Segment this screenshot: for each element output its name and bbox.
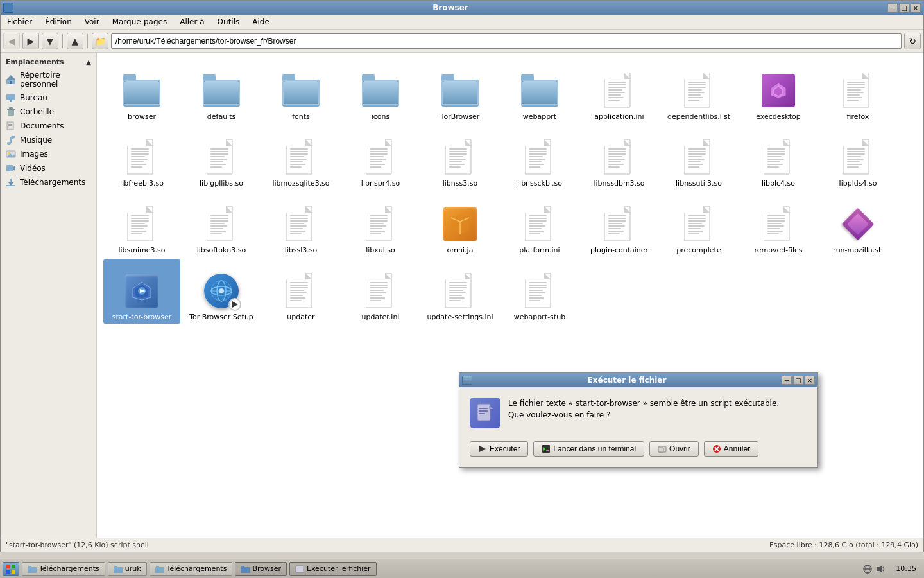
taskbar-item-executer[interactable]: Exécuter le fichier	[289, 562, 377, 576]
svg-rect-303	[290, 287, 308, 288]
location-button[interactable]: 📁	[92, 33, 108, 49]
file-item[interactable]: removed-files	[740, 193, 817, 257]
executer-button[interactable]: Exécuter	[470, 441, 528, 457]
svg-rect-105	[210, 153, 228, 155]
ouvrir-button[interactable]: Ouvrir	[649, 441, 699, 457]
sidebar-item-documents[interactable]: Documents	[1, 119, 96, 133]
document-icon	[520, 272, 559, 310]
svg-rect-162	[608, 159, 625, 160]
svg-rect-151	[529, 159, 545, 160]
file-item[interactable]: webapprt	[501, 59, 578, 123]
svg-rect-181	[767, 151, 785, 152]
file-item[interactable]: start-tor-browser	[103, 259, 180, 324]
file-item[interactable]: liblgpllibs.so	[183, 126, 260, 190]
svg-rect-128	[370, 156, 384, 157]
maximize-button[interactable]: □	[899, 3, 909, 12]
sidebar-item-images[interactable]: Images	[1, 147, 96, 161]
file-item[interactable]: libnspr4.so	[342, 126, 419, 190]
file-item[interactable]: libsoftokn3.so	[183, 193, 260, 257]
file-item[interactable]: libplc4.so	[740, 126, 817, 190]
file-item[interactable]: updater	[262, 259, 339, 324]
menu-outils[interactable]: Outils	[214, 16, 244, 28]
document-icon	[441, 138, 479, 177]
file-item[interactable]: icons	[342, 59, 419, 123]
file-item[interactable]: libnss3.so	[422, 126, 499, 190]
file-item[interactable]: application.ini	[581, 59, 658, 123]
file-item[interactable]: precomplete	[660, 193, 737, 257]
file-item[interactable]: updater.ini	[342, 259, 419, 324]
taskbar-item-telechargements2[interactable]: Téléchargements	[150, 562, 233, 576]
file-item[interactable]: Tor Browser Setup	[183, 259, 260, 324]
forward-button[interactable]: ▶	[22, 33, 39, 49]
address-bar[interactable]	[111, 33, 902, 49]
file-item[interactable]: libsmime3.so	[103, 193, 180, 257]
annuler-button[interactable]: Annuler	[704, 441, 758, 457]
dialog-actions: Exécuter Lancer dans un terminal Ouvrir …	[470, 439, 807, 457]
minimize-button[interactable]: −	[887, 3, 898, 12]
menu-aide[interactable]: Aide	[248, 16, 273, 28]
file-item[interactable]: firefox	[819, 59, 896, 123]
file-item[interactable]: dependentlibs.list	[660, 59, 737, 123]
menu-aller-a[interactable]: Aller à	[176, 16, 208, 28]
svg-rect-195	[847, 159, 864, 160]
lancer-terminal-button[interactable]: Lancer dans un terminal	[533, 441, 644, 457]
svg-rect-157	[604, 139, 624, 146]
menu-edition[interactable]: Édition	[41, 16, 76, 28]
sidebar-item-musique[interactable]: Musique	[1, 133, 96, 147]
file-item[interactable]: libnssckbi.so	[501, 126, 578, 190]
sidebar-item-corbeille[interactable]: Corbeille	[1, 105, 96, 119]
file-item[interactable]: libssl3.so	[262, 193, 339, 257]
taskbar-item-telechargements1[interactable]: Téléchargements	[22, 562, 105, 576]
svg-rect-198	[847, 166, 859, 168]
file-item[interactable]: libnssutil3.so	[660, 126, 737, 190]
file-item[interactable]: libnssdbm3.so	[581, 126, 658, 190]
menu-fichier[interactable]: Fichier	[3, 16, 36, 28]
file-item[interactable]: plugin-container	[581, 193, 658, 257]
sidebar-item-videos[interactable]: Vidéos	[1, 161, 96, 175]
dialog-minimize-button[interactable]: −	[782, 376, 792, 385]
file-item[interactable]: omni.ja	[422, 193, 499, 257]
svg-rect-268	[684, 206, 703, 213]
up-button[interactable]: ▲	[67, 33, 83, 49]
dialog-close-button[interactable]: ×	[805, 376, 815, 385]
dropdown-button[interactable]: ▼	[42, 33, 58, 49]
file-label: omni.ja	[447, 246, 474, 254]
dialog-restore-button[interactable]: □	[793, 376, 803, 385]
file-item[interactable]: platform.ini	[501, 193, 578, 257]
start-button[interactable]	[3, 562, 19, 576]
svg-rect-142	[449, 164, 465, 165]
file-label: start-tor-browser	[112, 313, 171, 321]
file-item[interactable]: fonts	[262, 59, 339, 123]
file-item[interactable]: libxul.so	[342, 193, 419, 257]
file-item[interactable]: libplds4.so	[819, 126, 896, 190]
back-button[interactable]: ◀	[3, 33, 20, 49]
sidebar-item-telechargements[interactable]: Téléchargements	[1, 175, 96, 189]
file-item[interactable]: libmozsqlite3.so	[262, 126, 339, 190]
sidebar-item-home[interactable]: Répertoire personnel	[1, 69, 96, 91]
dialog-content: Le fichier texte « start-tor-browser » s…	[459, 387, 817, 467]
file-item[interactable]: execdesktop	[740, 59, 817, 123]
file-item[interactable]: TorBrowser	[422, 59, 499, 123]
taskbar-item-uruk[interactable]: uruk	[108, 562, 147, 576]
svg-rect-304	[290, 290, 304, 291]
folder-icon	[202, 71, 241, 110]
tray-icon-network	[862, 564, 873, 574]
file-item[interactable]: libfreebl3.so	[103, 126, 180, 190]
taskbar-item-browser[interactable]: Browser	[235, 562, 287, 576]
svg-rect-126	[370, 151, 388, 152]
file-item[interactable]: defaults	[183, 59, 260, 123]
sidebar-collapse-icon[interactable]: ▲	[86, 58, 91, 66]
file-item[interactable]: webapprt-stub	[501, 259, 578, 324]
close-button[interactable]: ×	[911, 3, 921, 12]
file-item[interactable]: browser	[103, 59, 180, 123]
svg-rect-217	[210, 225, 227, 227]
sidebar-item-bureau[interactable]: Bureau	[1, 91, 96, 105]
svg-rect-248	[529, 218, 547, 219]
file-item[interactable]: run-mozilla.sh	[819, 193, 896, 257]
svg-rect-338	[529, 292, 545, 293]
menu-voir[interactable]: Voir	[81, 16, 103, 28]
reload-button[interactable]: ↻	[904, 33, 921, 49]
file-item[interactable]: update-settings.ini	[422, 259, 499, 324]
svg-rect-234	[366, 206, 385, 213]
menu-marque-pages[interactable]: Marque-pages	[108, 16, 171, 28]
